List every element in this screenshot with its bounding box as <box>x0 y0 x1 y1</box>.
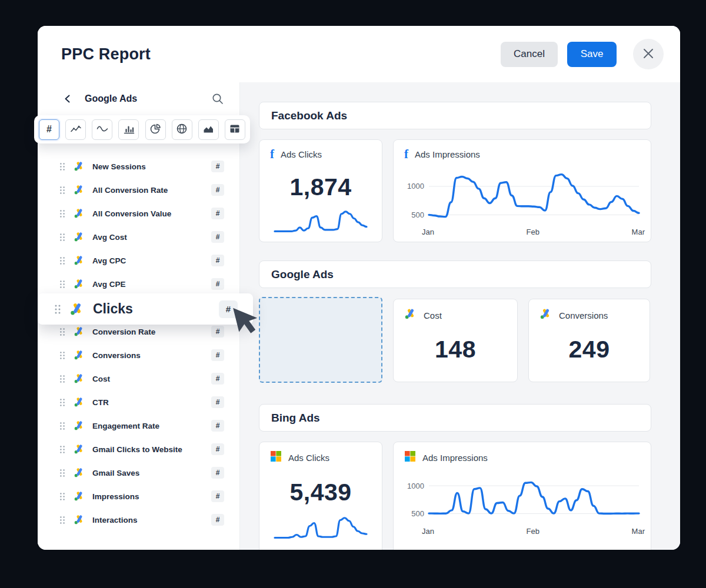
widget-bing-ads-impressions[interactable]: Ads Impressions 5001000 Jan Feb Mar <box>393 442 651 550</box>
widget-type-wave-chart-button[interactable] <box>92 119 112 140</box>
section-header-bing-ads: Bing Ads <box>259 404 651 432</box>
facebook-icon: f <box>404 148 408 161</box>
line-chart: 5001000 <box>403 472 642 523</box>
drag-handle-icon[interactable] <box>59 280 65 289</box>
drag-handle-icon[interactable] <box>59 256 65 265</box>
save-button[interactable]: Save <box>567 42 617 67</box>
drag-handle-icon[interactable] <box>59 209 65 218</box>
widget-label: Ads Clicks <box>281 149 322 159</box>
metric-list-item[interactable]: Interactions # <box>38 508 239 532</box>
drag-handle-icon[interactable] <box>59 233 65 242</box>
widget-label: Ads Impressions <box>422 453 488 463</box>
google-ads-icon <box>74 326 85 338</box>
drag-handle-icon[interactable] <box>59 445 65 454</box>
widget-type-area-chart-button[interactable] <box>198 119 219 140</box>
widget-drop-placeholder[interactable] <box>259 297 382 383</box>
x-axis-labels: Jan Feb Mar <box>394 226 651 236</box>
google-ads-icon <box>74 514 85 526</box>
metric-label: CTR <box>92 398 211 407</box>
metric-list-item[interactable]: Impressions # <box>38 485 239 508</box>
metric-label: Engagement Rate <box>92 422 211 430</box>
google-ads-icon <box>74 490 85 502</box>
widget-facebook-ads-clicks[interactable]: f Ads Clicks 1,874 <box>259 139 382 242</box>
metric-list-item[interactable]: Engagement Rate # <box>38 414 239 437</box>
google-ads-icon <box>69 302 85 317</box>
drag-handle-icon[interactable] <box>59 328 65 336</box>
svg-text:1000: 1000 <box>407 482 424 490</box>
number-badge: # <box>211 349 224 361</box>
number-badge: # <box>211 278 224 290</box>
metric-list-item[interactable]: Cost # <box>38 367 239 390</box>
drag-handle-icon[interactable] <box>54 304 61 315</box>
widget-label: Conversions <box>559 310 608 320</box>
drag-handle-icon[interactable] <box>59 375 65 383</box>
metric-list-item[interactable]: New Sessions # <box>38 155 239 178</box>
number-badge: # <box>211 231 224 243</box>
microsoft-icon <box>270 450 282 465</box>
metric-list-item[interactable]: Avg CPE # <box>38 272 239 296</box>
drag-handle-icon[interactable] <box>59 186 65 195</box>
metric-list-item[interactable]: All Conversion Value # <box>38 202 239 225</box>
metric-value: 148 <box>394 336 517 363</box>
widget-google-ads-conversions[interactable]: Conversions 249 <box>528 299 650 382</box>
widget-google-ads-cost[interactable]: Cost 148 <box>393 299 518 382</box>
x-tick: Mar <box>632 527 645 536</box>
cancel-button[interactable]: Cancel <box>501 42 558 67</box>
metric-list-item[interactable]: Gmail Clicks to Website # <box>38 437 239 461</box>
google-ads-icon <box>74 161 85 172</box>
back-chevron-icon[interactable] <box>64 94 72 103</box>
widget-facebook-ads-impressions[interactable]: f Ads Impressions 5001000 Jan Feb Mar <box>393 139 651 242</box>
metric-value: 5,439 <box>259 479 382 506</box>
metric-label: Conversion Rate <box>92 328 211 336</box>
number-badge: # <box>211 490 224 502</box>
section-header-facebook-ads: Facebook Ads <box>259 102 651 129</box>
metric-label: Conversions <box>92 351 211 360</box>
google-ads-icon <box>74 184 85 196</box>
drag-handle-icon[interactable] <box>59 398 65 407</box>
dragged-metric-clicks[interactable]: Clicks # <box>38 293 253 325</box>
drag-handle-icon[interactable] <box>59 422 65 430</box>
x-tick: Feb <box>527 527 540 536</box>
close-icon <box>641 46 655 62</box>
metric-list-item[interactable]: Avg Cost # <box>38 225 239 249</box>
metric-list-item[interactable]: All Conversion Rate # <box>38 178 239 202</box>
x-tick: Feb <box>527 228 540 236</box>
widget-type-column-chart-button[interactable] <box>118 119 139 140</box>
metrics-list: New Sessions # All Conversion Rate # All… <box>38 143 239 550</box>
widget-bing-ads-clicks[interactable]: Ads Clicks 5,439 <box>259 442 382 550</box>
google-ads-icon <box>74 231 85 243</box>
search-icon[interactable] <box>211 92 224 105</box>
widget-type-geo-chart-button[interactable] <box>172 119 192 140</box>
table-icon <box>228 122 241 137</box>
widget-type-table-button[interactable] <box>225 119 245 140</box>
google-ads-icon <box>74 396 85 408</box>
metric-label: Impressions <box>92 492 211 501</box>
metric-list-item[interactable]: CTR # <box>38 390 239 414</box>
line-chart: 5001000 <box>403 165 642 224</box>
close-button[interactable] <box>633 39 664 69</box>
google-ads-icon <box>74 255 85 266</box>
drag-handle-icon[interactable] <box>59 516 65 524</box>
widget-type-pie-chart-button[interactable] <box>145 119 166 140</box>
metric-list-item[interactable]: Avg CPC # <box>38 249 239 272</box>
number-badge: # <box>211 396 224 408</box>
metric-label: Interactions <box>92 516 211 524</box>
widget-type-number-button[interactable]: # <box>39 119 59 140</box>
google-ads-icon <box>74 208 85 219</box>
drag-handle-icon[interactable] <box>59 492 65 501</box>
x-tick: Jan <box>422 527 434 536</box>
drag-handle-icon[interactable] <box>59 351 65 360</box>
widget-type-line-chart-button[interactable] <box>65 119 86 140</box>
metric-list-item[interactable]: Conversions # <box>38 343 239 367</box>
x-tick: Mar <box>632 228 645 236</box>
metric-label: All Conversion Rate <box>92 186 211 195</box>
number-badge: # <box>211 373 224 385</box>
drag-handle-icon[interactable] <box>59 469 65 477</box>
section-header-google-ads: Google Ads <box>259 260 651 288</box>
page-title: PPC Report <box>61 45 501 64</box>
metric-list-item[interactable]: Gmail Saves # <box>38 461 239 485</box>
drag-handle-icon[interactable] <box>59 162 65 171</box>
number-badge: # <box>211 514 224 526</box>
google-ads-icon <box>74 278 85 290</box>
metric-value: 249 <box>529 336 650 363</box>
